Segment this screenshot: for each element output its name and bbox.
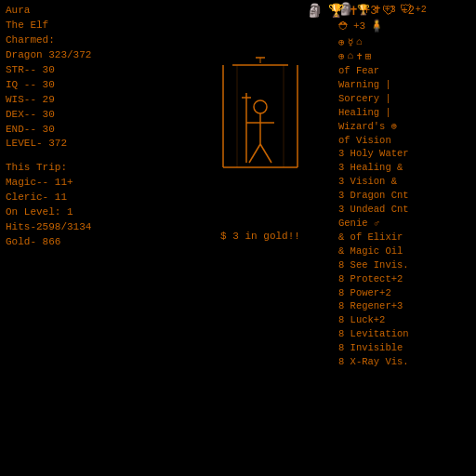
stat-line: WIS-- 29 xyxy=(6,93,180,108)
right-item: 3 Vision & xyxy=(338,175,472,189)
right-item: of Fear xyxy=(338,64,472,78)
dungeon-scene: $ 3 in gold!! xyxy=(205,56,316,242)
trip-stat-line: Magic-- 11+ xyxy=(6,176,180,191)
right-items-container: of FearWarning |Sorcery |Healing |Wizard… xyxy=(338,64,472,369)
right-item: 8 Levitation xyxy=(338,327,472,341)
dungeon-svg xyxy=(205,56,316,223)
stats-container: STR-- 30IQ -- 30WIS-- 29DEX-- 30END-- 30… xyxy=(6,63,180,152)
right-item: 8 See Invis. xyxy=(338,258,472,272)
charmed-value: Dragon 323/372 xyxy=(6,48,180,63)
trip-stat-line: Cleric- 11 xyxy=(6,191,180,205)
right-item: 8 Invisible xyxy=(338,341,472,355)
trip-container: Magic-- 11+Cleric- 11On Level: 1Hits-259… xyxy=(6,176,180,250)
top-cross-icon: ✝ xyxy=(350,2,358,20)
trip-header: This Trip: xyxy=(6,161,180,176)
right-item: 3 Healing & xyxy=(338,161,472,175)
cross2-icon: ✝ xyxy=(356,50,363,62)
right-item: of Vision xyxy=(338,134,472,148)
right-item: Warning | xyxy=(338,78,472,92)
armor-icon: 🧍 xyxy=(369,19,384,33)
shield-plus2: +2 xyxy=(416,5,427,15)
top-statue-icon: 🗿 xyxy=(307,3,323,19)
right-panel: 🗿 🏆 ✝ +3 🛡 +2 ⛑ +3 🧍 ⊕ ☿ ⌂ ⊕ ⌂ ✝ ⊞ xyxy=(335,0,476,476)
stat-line: END-- 30 xyxy=(6,123,180,138)
right-fourth-icons-row: ⊕ ⌂ ✝ ⊞ xyxy=(338,50,472,62)
stat-line: IQ -- 30 xyxy=(6,78,180,93)
stat-line: DEX-- 30 xyxy=(6,108,180,123)
right-item: 8 X-Ray Vis. xyxy=(338,355,472,369)
svg-line-10 xyxy=(260,144,271,163)
top-shield-value: +2 xyxy=(401,5,414,18)
right-item: Genie ♂ xyxy=(338,217,472,231)
caduceus-icon: ☿ xyxy=(348,36,354,48)
right-item: 8 Luck+2 xyxy=(338,313,472,327)
trip-stat-line: Hits-2598/3134 xyxy=(6,220,180,235)
svg-line-9 xyxy=(249,144,260,163)
gold-label: $ 3 in gold!! xyxy=(220,231,300,242)
right-item: Sorcery | xyxy=(338,92,472,106)
right-item: 3 Holy Water xyxy=(338,147,472,161)
left-panel: Aura The Elf Charmed: Dragon 323/372 STR… xyxy=(0,0,186,476)
right-item: Healing | xyxy=(338,106,472,120)
center-panel: $ 3 in gold!! xyxy=(186,0,335,476)
helmet-plus3: +3 xyxy=(353,20,365,32)
top-trophy-icon: 🏆 xyxy=(328,3,344,19)
right-item: 8 Regener+3 xyxy=(338,299,472,313)
right-item: 8 Power+2 xyxy=(338,286,472,300)
trip-stat-line: On Level: 1 xyxy=(6,205,180,220)
right-item: 3 Undead Cnt xyxy=(338,203,472,217)
right-item: & Magic Oil xyxy=(338,245,472,258)
right-item: 8 Protect+2 xyxy=(338,272,472,286)
right-item: Wizard's ⊕ xyxy=(338,120,472,134)
top-shield-icon: 🛡 xyxy=(382,4,395,19)
svg-point-6 xyxy=(254,100,267,113)
main-container: Aura The Elf Charmed: Dragon 323/372 STR… xyxy=(0,0,476,476)
right-second-icons-row: ⛑ +3 🧍 xyxy=(338,19,472,33)
right-item: & of Elixir xyxy=(338,231,472,245)
charmed-label: Charmed: xyxy=(6,33,180,48)
ring-icon: ⊕ xyxy=(338,50,345,62)
character-class: The Elf xyxy=(6,19,180,33)
helmet-icon: ⛑ xyxy=(338,20,350,33)
box-icon: ⊞ xyxy=(365,50,372,62)
trip-stat-line: Gold- 866 xyxy=(6,235,180,250)
book-icon: ⌂ xyxy=(348,50,354,62)
stat-line: LEVEL- 372 xyxy=(6,137,180,152)
circle-icon: ⊕ xyxy=(338,36,345,48)
right-item: 3 Dragon Cnt xyxy=(338,189,472,203)
house-icon: ⌂ xyxy=(356,36,363,48)
right-third-icons-row: ⊕ ☿ ⌂ xyxy=(338,36,472,48)
stat-line: STR-- 30 xyxy=(6,63,180,78)
top-overlay-icons: 🗿 🏆 ✝ +3 🛡 +2 xyxy=(307,2,415,20)
character-name: Aura xyxy=(6,4,180,19)
top-cross-value: +3 xyxy=(364,5,377,18)
